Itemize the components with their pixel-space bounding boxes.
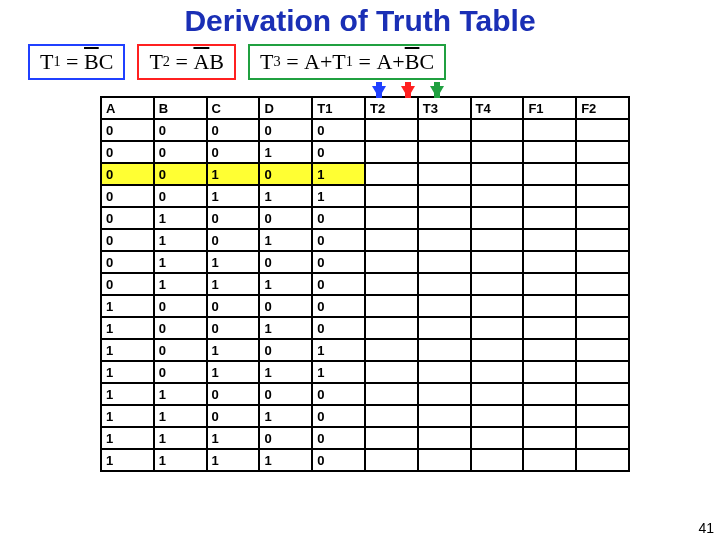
table-cell [418,229,471,251]
table-cell: 1 [207,427,260,449]
table-cell [365,163,418,185]
arrow-down-icon [430,86,444,98]
table-row: 00010 [101,141,629,163]
table-cell [523,339,576,361]
table-cell [418,405,471,427]
table-cell [576,229,629,251]
f3-sub: 3 [273,54,280,70]
table-cell: 0 [259,251,312,273]
f2-ov: A [193,50,209,74]
table-cell: 0 [101,141,154,163]
table-cell: 0 [154,163,207,185]
table-cell: 0 [207,119,260,141]
table-cell [576,361,629,383]
table-cell: 1 [154,383,207,405]
table-cell [471,229,524,251]
table-cell: 0 [101,185,154,207]
table-row: 11100 [101,427,629,449]
table-cell: 0 [154,361,207,383]
table-cell: 0 [207,383,260,405]
table-cell: 1 [259,229,312,251]
table-row: 10111 [101,361,629,383]
table-cell [365,141,418,163]
table-cell: 1 [259,141,312,163]
table-row: 01110 [101,273,629,295]
table-cell: 1 [154,207,207,229]
table-cell [471,317,524,339]
table-cell: 1 [207,361,260,383]
f3-a2: A [376,50,392,74]
table-cell [471,383,524,405]
table-cell [523,317,576,339]
table-cell [523,361,576,383]
table-cell [471,361,524,383]
table-cell [365,361,418,383]
table-row: 11010 [101,405,629,427]
table-cell [471,339,524,361]
table-cell: 0 [207,229,260,251]
table-cell: 0 [259,295,312,317]
table-cell [576,119,629,141]
table-cell [365,229,418,251]
table-cell: 0 [101,229,154,251]
col-header: F2 [576,97,629,119]
table-cell: 0 [312,317,365,339]
f3-t1l: T [332,50,345,74]
col-header: D [259,97,312,119]
f3-t1s: 1 [346,54,353,70]
arrow-group [372,86,444,98]
table-cell: 0 [259,207,312,229]
table-cell: 1 [259,317,312,339]
table-cell [418,163,471,185]
table-cell [523,427,576,449]
table-cell [523,163,576,185]
table-cell [576,141,629,163]
table-cell: 0 [312,119,365,141]
table-cell: 1 [101,317,154,339]
table-cell: 1 [207,449,260,471]
table-cell: 0 [101,251,154,273]
table-cell [576,317,629,339]
col-header: T1 [312,97,365,119]
table-cell [576,207,629,229]
table-cell: 0 [312,273,365,295]
table-cell [523,229,576,251]
table-cell: 1 [312,185,365,207]
table-cell [523,405,576,427]
table-cell [365,273,418,295]
table-cell [365,251,418,273]
table-cell [523,251,576,273]
table-cell: 0 [312,449,365,471]
table-cell: 1 [154,273,207,295]
formula-t1: T 1 = B C [28,44,125,80]
f1-ov: B [84,50,99,74]
table-row: 10000 [101,295,629,317]
table-cell: 0 [207,405,260,427]
table-cell: 0 [259,119,312,141]
table-cell: 1 [207,163,260,185]
table-row: 00101 [101,163,629,185]
col-header: C [207,97,260,119]
table-cell [418,119,471,141]
table-cell: 0 [207,141,260,163]
table-cell: 1 [207,273,260,295]
table-cell [365,207,418,229]
table-cell: 1 [101,427,154,449]
table-cell [418,383,471,405]
table-cell: 0 [312,383,365,405]
f3-lhs: T [260,50,273,74]
table-cell: 1 [154,449,207,471]
table-cell [418,317,471,339]
table-cell: 1 [207,251,260,273]
table-cell [365,317,418,339]
table-cell: 0 [154,141,207,163]
table-cell [365,383,418,405]
f1-lhs: T [40,50,53,74]
table-cell [365,119,418,141]
col-header: T4 [471,97,524,119]
table-cell: 0 [312,405,365,427]
table-cell: 1 [154,405,207,427]
table-cell [576,427,629,449]
table-cell [471,141,524,163]
table-row: 10101 [101,339,629,361]
